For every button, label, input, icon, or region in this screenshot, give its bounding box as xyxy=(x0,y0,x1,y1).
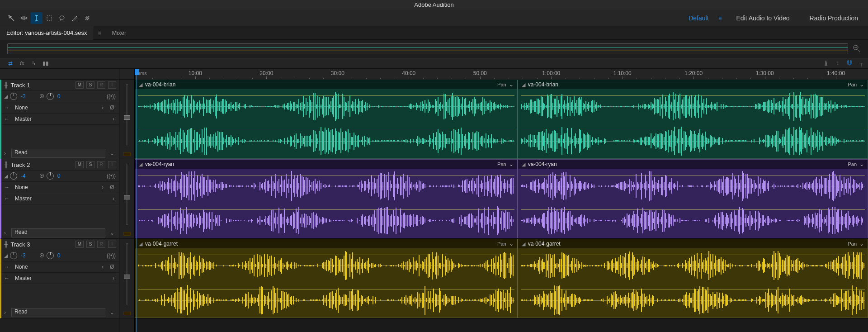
track-handle-icon[interactable]: ╫ xyxy=(4,82,8,88)
gain-knob[interactable] xyxy=(10,172,17,180)
arm-record-button[interactable]: R xyxy=(97,161,105,168)
mute-button[interactable]: M xyxy=(75,81,84,89)
fader-track[interactable] xyxy=(126,84,128,145)
input-routing[interactable]: None xyxy=(13,264,97,270)
stereo-mono-icon[interactable]: ((•)) xyxy=(106,252,116,259)
fader-clip-led[interactable] xyxy=(123,152,131,156)
gain-value[interactable]: -4 xyxy=(21,173,26,179)
automation-expand-icon[interactable]: › xyxy=(4,150,9,157)
snap-magnet-icon[interactable] xyxy=(845,60,854,67)
tracks-area[interactable]: ◢ va-004-brian Pan ⌄ ◢ va-004-brian Pan … xyxy=(135,80,868,332)
pan-value[interactable]: 0 xyxy=(57,173,61,179)
gain-value[interactable]: -3 xyxy=(21,93,26,100)
playhead-options-icon[interactable]: ┬ xyxy=(857,60,865,67)
clip-header[interactable]: ◢ va-004-ryan Pan ⌄ xyxy=(518,160,868,169)
fade-in-icon[interactable]: ◢ xyxy=(522,82,525,88)
fader-clip-led[interactable] xyxy=(123,232,131,236)
stereo-mono-icon[interactable]: ((•)) xyxy=(106,172,116,180)
phase-invert-icon[interactable]: Ø xyxy=(108,263,116,270)
fade-in-icon[interactable]: ◢ xyxy=(522,161,525,167)
audio-clip[interactable]: ◢ va-004-garret Pan ⌄ xyxy=(135,239,518,318)
monitor-input-button[interactable]: I xyxy=(108,241,116,248)
stereo-mono-icon[interactable]: ((•)) xyxy=(106,93,116,100)
input-routing[interactable]: None xyxy=(13,104,97,111)
workspace-tab-radio-production[interactable]: Radio Production xyxy=(800,10,868,26)
pan-knob[interactable] xyxy=(47,93,54,100)
track-handle-icon[interactable]: ╫ xyxy=(4,161,8,168)
automation-mode-select[interactable]: Read xyxy=(11,228,105,237)
overview-navigator[interactable] xyxy=(7,43,848,54)
workspace-tab-edit-audio-to-video[interactable]: Edit Audio to Video xyxy=(726,10,800,26)
mute-button[interactable]: M xyxy=(75,241,84,248)
workspace-menu-icon[interactable]: ≡ xyxy=(719,15,726,21)
inputs-outputs-toggle-icon[interactable]: ⇄ xyxy=(6,60,14,66)
output-routing[interactable]: Master xyxy=(13,275,108,281)
fx-toggle-icon[interactable]: fx xyxy=(18,60,26,66)
monitor-input-button[interactable]: I xyxy=(108,81,116,89)
brush-tool-icon[interactable] xyxy=(69,12,80,24)
time-selection-tool-icon[interactable] xyxy=(31,12,42,24)
audio-clip[interactable]: ◢ va-004-brian Pan ⌄ xyxy=(135,80,518,159)
audio-clip[interactable]: ◢ va-004-brian Pan ⌄ xyxy=(518,80,868,159)
pan-knob[interactable] xyxy=(47,252,54,259)
solo-button[interactable]: S xyxy=(86,81,94,89)
phase-invert-icon[interactable]: Ø xyxy=(108,184,116,191)
arm-record-button[interactable]: R xyxy=(97,81,105,89)
track-header[interactable]: ╫ Track 2 M S R I ◢ -4 ⦿ 0 ((•)) → None xyxy=(0,159,119,239)
clip-header[interactable]: ◢ va-004-garret Pan ⌄ xyxy=(518,239,868,248)
phase-invert-icon[interactable]: Ø xyxy=(108,104,116,111)
gain-knob[interactable] xyxy=(10,252,17,259)
track-name[interactable]: Track 2 xyxy=(11,161,73,168)
workspace-tab-default[interactable]: Default xyxy=(679,10,718,26)
pan-value[interactable]: 0 xyxy=(57,252,61,259)
track-header[interactable]: ╫ Track 1 M S R I ◢ -3 ⦿ 0 ((•)) → None xyxy=(0,80,119,159)
heal-tool-icon[interactable] xyxy=(81,12,93,24)
clip-header[interactable]: ◢ va-004-brian Pan ⌄ xyxy=(518,80,868,89)
fader-track[interactable] xyxy=(126,243,128,304)
clip-header[interactable]: ◢ va-004-garret Pan ⌄ xyxy=(135,239,517,248)
solo-button[interactable]: S xyxy=(86,161,94,168)
monitor-input-button[interactable]: I xyxy=(108,161,116,168)
track-header[interactable]: ╫ Track 3 M S R I ◢ -3 ⦿ 0 ((•)) → None xyxy=(0,239,119,318)
automation-expand-icon[interactable]: › xyxy=(4,230,9,236)
input-routing[interactable]: None xyxy=(13,184,97,190)
clip-menu-dropdown-icon[interactable]: ⌄ xyxy=(859,81,864,88)
mute-button[interactable]: M xyxy=(75,161,84,168)
eq-toggle-icon[interactable]: ▮▮ xyxy=(42,60,50,66)
gain-value[interactable]: -3 xyxy=(21,252,26,259)
clip-header[interactable]: ◢ va-004-brian Pan ⌄ xyxy=(135,80,517,89)
audio-clip[interactable]: ◢ va-004-ryan Pan ⌄ xyxy=(518,159,868,238)
automation-mode-select[interactable]: Read xyxy=(11,308,105,317)
move-tool-icon[interactable] xyxy=(5,12,17,24)
output-routing-dropdown-icon[interactable]: › xyxy=(111,116,116,122)
fade-in-icon[interactable]: ◢ xyxy=(522,241,525,247)
fader-clip-led[interactable] xyxy=(123,312,131,315)
output-routing-dropdown-icon[interactable]: › xyxy=(111,195,116,202)
track-name[interactable]: Track 1 xyxy=(11,82,73,89)
automation-dropdown-icon[interactable]: ⌄ xyxy=(108,230,116,236)
output-routing-dropdown-icon[interactable]: › xyxy=(111,275,116,281)
pan-knob[interactable] xyxy=(47,172,54,180)
track-handle-icon[interactable]: ╫ xyxy=(4,241,8,247)
clip-menu-dropdown-icon[interactable]: ⌄ xyxy=(859,241,864,247)
clip-header[interactable]: ◢ va-004-ryan Pan ⌄ xyxy=(135,160,517,169)
playhead[interactable] xyxy=(135,69,139,75)
input-routing-dropdown-icon[interactable]: › xyxy=(100,264,105,270)
mixer-panel-tab[interactable]: Mixer xyxy=(106,26,133,40)
metronome-icon[interactable] xyxy=(822,60,830,67)
input-routing-dropdown-icon[interactable]: › xyxy=(100,184,105,190)
gain-knob[interactable] xyxy=(10,93,17,100)
editor-panel-tab[interactable]: Editor: various-artists-004.sesx xyxy=(0,26,93,40)
output-routing[interactable]: Master xyxy=(13,116,108,122)
fader-track[interactable] xyxy=(126,164,128,225)
fader-thumb[interactable] xyxy=(124,195,130,199)
fade-in-icon[interactable]: ◢ xyxy=(139,82,142,88)
track-lane[interactable]: ◢ va-004-brian Pan ⌄ ◢ va-004-brian Pan … xyxy=(135,80,868,159)
automation-expand-icon[interactable]: › xyxy=(4,309,9,316)
zoom-out-full-icon[interactable] xyxy=(853,44,861,54)
pan-value[interactable]: 0 xyxy=(57,93,61,100)
arm-record-button[interactable]: R xyxy=(97,241,105,248)
clip-menu-dropdown-icon[interactable]: ⌄ xyxy=(509,81,514,88)
fader-thumb[interactable] xyxy=(124,275,130,279)
clip-menu-dropdown-icon[interactable]: ⌄ xyxy=(509,161,514,167)
